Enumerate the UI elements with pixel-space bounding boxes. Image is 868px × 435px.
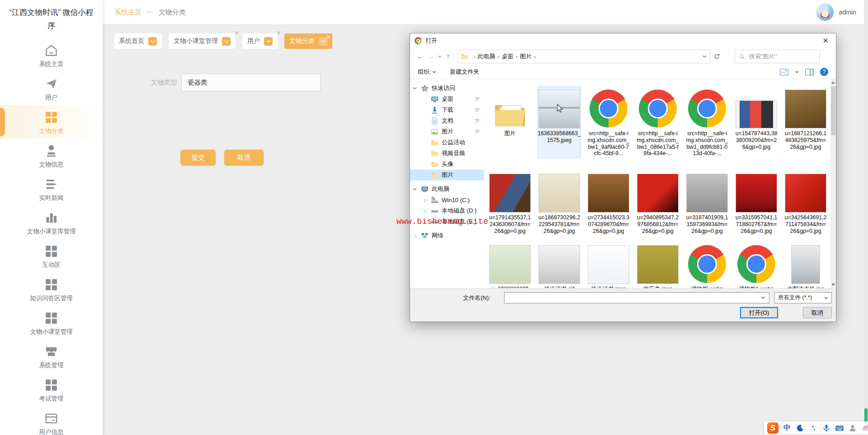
address-dropdown-icon[interactable] — [703, 55, 707, 58]
submit-button[interactable]: 提交 — [180, 150, 216, 165]
view-options-chevron-icon[interactable] — [795, 71, 799, 73]
filename-dropdown-icon[interactable] — [761, 296, 765, 299]
tree-item-公益活动[interactable]: 公益活动 — [410, 137, 484, 148]
file-item[interactable]: u=1868730296,2229543781&fm=26&gp=0.jpg — [538, 170, 581, 236]
chevron-right-icon[interactable] — [424, 208, 426, 213]
file-item[interactable]: u=2734415023,3074289670&fm=26&gp=0.jpg — [587, 170, 630, 236]
file-item[interactable]: src=http__safe-img.xhscdn.com_bw1_8af9ac… — [587, 86, 630, 158]
user-tray-icon[interactable] — [848, 424, 857, 433]
sidebar-item-考试管理[interactable]: 考试管理 — [0, 373, 103, 407]
microphone-icon[interactable] — [822, 424, 831, 433]
tab-文物小课堂管理[interactable]: 文物小课堂管理✕ — [169, 33, 236, 49]
file-item[interactable]: 博物馆.webp — [685, 242, 729, 288]
tree-item-桌面[interactable]: 桌面 — [410, 94, 484, 104]
scroll-down-icon[interactable] — [831, 284, 835, 286]
page-scrollbar[interactable] — [864, 0, 868, 435]
sidebar-item-文物分类[interactable]: 文物分类 — [0, 105, 103, 139]
file-item[interactable]: u=3938883289 — [488, 242, 532, 288]
path-segment[interactable]: 此电脑 — [475, 52, 497, 61]
file-list-scrollbar[interactable] — [830, 79, 836, 288]
tree-item-下载[interactable]: 下载 — [410, 104, 484, 115]
cancel-button[interactable]: 取消 — [224, 150, 264, 165]
tree-item-此电脑[interactable]: 此电脑 — [410, 184, 484, 194]
tree-item-文档[interactable]: 文档 — [410, 115, 484, 126]
help-icon[interactable]: ? — [820, 68, 828, 76]
open-button[interactable]: 打开(O) — [740, 307, 778, 318]
view-thumbnails-icon[interactable] — [780, 69, 788, 76]
file-item[interactable]: 1636338568663_1575.jpeg — [538, 86, 581, 158]
file-item[interactable]: 图片 — [488, 86, 532, 158]
tree-item-图片[interactable]: 图片 — [410, 170, 484, 180]
tree-item-快速访问[interactable]: 快速访问 — [410, 83, 484, 94]
file-item[interactable]: 博物馆1.webp — [735, 242, 778, 288]
dialog-close-icon[interactable]: ✕ — [815, 33, 836, 47]
moon-icon[interactable] — [796, 424, 805, 433]
dialog-cancel-button[interactable]: 取消 — [803, 307, 832, 318]
chevron-down-icon[interactable] — [413, 87, 418, 90]
sidebar-item-用户信息[interactable]: 用户信息 — [0, 407, 103, 435]
chinese-mode-icon[interactable]: 中 — [783, 424, 792, 433]
avatar[interactable] — [816, 4, 834, 21]
tab-文物分类[interactable]: 文物分类✕ — [284, 33, 332, 49]
tab-用户[interactable]: 用户✕ — [242, 33, 278, 49]
filetype-select[interactable]: 所有文件 (*.*) — [774, 292, 832, 303]
file-item[interactable]: u=3425643691,2711475834&fm=26&gp=0.jpg — [784, 170, 827, 236]
up-icon[interactable]: ↑ — [443, 52, 453, 61]
sidebar-item-文物小课堂库管理[interactable]: 文物小课堂库管理 — [0, 206, 103, 239]
tree-item-Win10 (C:)[interactable]: Win10 (C:) — [410, 194, 484, 205]
file-item[interactable]: u=154787443,3838009200&fm=26&gp=0.jpg — [735, 86, 778, 158]
sidebar-item-知识问答区管理[interactable]: 知识问答区管理 — [0, 273, 103, 306]
chevron-down-icon[interactable] — [413, 188, 418, 190]
file-item[interactable]: 毕业证书.jpeg — [587, 242, 630, 288]
scrollbar-thumb[interactable] — [831, 86, 835, 135]
file-item[interactable]: u=3315957041,1718602767&fm=26&gp=0.jpg — [735, 170, 778, 236]
sogou-logo-icon[interactable]: S — [767, 422, 778, 434]
chevron-right-icon[interactable] — [424, 197, 426, 203]
tab-close-icon[interactable]: ✕ — [277, 30, 281, 36]
relic-type-input[interactable] — [181, 74, 321, 91]
sidebar-item-文物小课堂管理[interactable]: 文物小课堂管理 — [0, 306, 103, 340]
tree-item-头像[interactable]: 头像 — [410, 159, 484, 170]
file-item[interactable]: u=1791435537,1243630607&fm=26&gp=0.jpg — [488, 170, 532, 236]
chevron-right-icon[interactable] — [414, 233, 417, 238]
tree-item-视频音频[interactable]: 视频音频 — [410, 148, 484, 159]
tab-系统首页[interactable]: 系统首页 — [114, 33, 162, 49]
file-item[interactable]: 大型洗衣机.jpg — [784, 242, 827, 288]
tab-close-icon[interactable]: ✕ — [326, 34, 331, 40]
eraser-icon[interactable] — [861, 424, 868, 433]
file-item[interactable]: u=3187401909,1159736983&fm=26&gp=0.jpg — [685, 170, 729, 236]
dialog-titlebar[interactable]: 打开 ✕ — [410, 33, 836, 48]
user-box[interactable]: admin — [816, 4, 856, 21]
sidebar-item-用户[interactable]: 用户 — [0, 72, 103, 105]
tree-item-图片[interactable]: 图片 — [410, 126, 484, 137]
file-item[interactable]: u=1687121266,1483825975&fm=26&gp=0.jpg — [784, 86, 827, 158]
sidebar-item-互动区[interactable]: 互动区 — [0, 239, 103, 273]
path-segment[interactable]: 图片 — [518, 52, 534, 61]
file-item[interactable]: u=2940895347,2976856812&fm=26&gp=0.jpg — [636, 170, 679, 236]
scroll-up-icon[interactable] — [831, 81, 835, 84]
tree-item-网络[interactable]: 网络 — [410, 230, 484, 241]
filename-input[interactable] — [504, 292, 769, 303]
tree-item-本地磁盘 (D:)[interactable]: 本地磁盘 (D:) — [410, 205, 484, 216]
back-icon[interactable]: ← — [415, 52, 425, 61]
refresh-icon[interactable] — [710, 53, 724, 60]
path-segment[interactable]: 桌面 — [500, 52, 516, 61]
breadcrumb-home[interactable]: 系统主页 — [114, 8, 142, 17]
tab-close-icon[interactable]: ✕ — [235, 30, 239, 36]
organize-menu[interactable]: 组织 — [418, 68, 436, 76]
search-box[interactable]: 搜索"图片" — [735, 50, 820, 63]
sidebar-item-系统主页[interactable]: 系统主页 — [0, 38, 103, 72]
keyboard-icon[interactable] — [835, 424, 844, 433]
punctuation-icon[interactable]: °, — [809, 424, 818, 433]
path-chevron[interactable]: › — [534, 53, 536, 60]
file-item[interactable]: src=http__safe-img.xhscdn.com_bw1_086e17… — [636, 86, 679, 158]
file-item[interactable]: 病历单.jpeg — [636, 242, 679, 288]
file-item[interactable]: 毕业证书.gif — [538, 242, 581, 288]
sidebar-item-文物信息[interactable]: 文物信息 — [0, 139, 103, 172]
new-folder-button[interactable]: 新建文件夹 — [450, 68, 479, 76]
file-item[interactable]: src=http__safe-img.xhscdn.com_bw1_dd9fcb… — [685, 86, 729, 158]
sidebar-item-实时新闻[interactable]: 实时新闻 — [0, 172, 103, 206]
sidebar-item-系统管理[interactable]: 系统管理 — [0, 340, 103, 373]
address-bar[interactable]: ›此电脑›桌面›图片› — [457, 50, 710, 63]
history-dropdown-icon[interactable] — [436, 55, 443, 58]
